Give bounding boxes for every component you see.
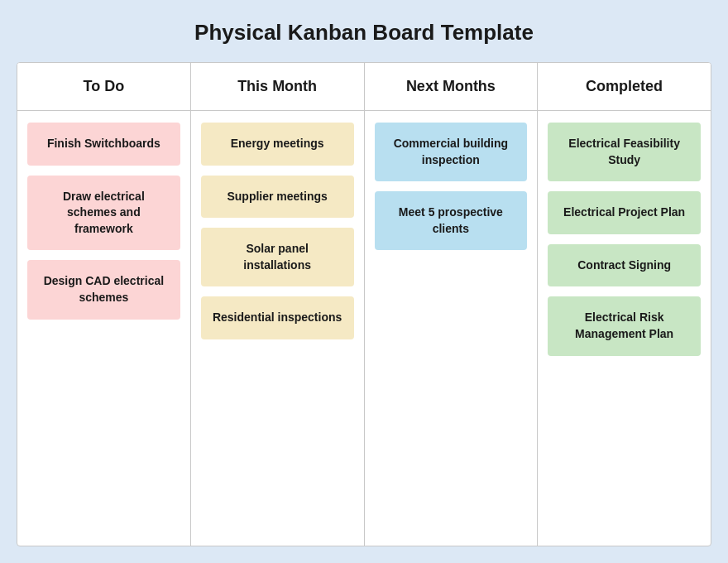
column-body-this-month: Energy meetingsSupplier meetingsSolar pa…: [191, 111, 364, 546]
card-card-12[interactable]: Contract Signing: [548, 244, 701, 287]
card-card-4[interactable]: Energy meetings: [201, 123, 354, 166]
card-card-6[interactable]: Solar panel installations: [201, 228, 354, 286]
card-card-9[interactable]: Meet 5 prospective clients: [375, 191, 528, 250]
column-completed: CompletedElectrical Feasibility StudyEle…: [538, 63, 711, 546]
column-header-completed: Completed: [538, 63, 711, 111]
column-todo: To DoFinish SwitchboardsDraw electrical …: [17, 63, 191, 546]
page-title: Physical Kanban Board Template: [194, 20, 534, 46]
card-card-10[interactable]: Electrical Feasibility Study: [548, 123, 701, 181]
card-card-13[interactable]: Electrical Risk Management Plan: [548, 296, 701, 355]
card-card-1[interactable]: Finish Switchboards: [27, 123, 180, 166]
column-body-next-months: Commercial building inspectionMeet 5 pro…: [365, 111, 538, 546]
column-body-completed: Electrical Feasibility StudyElectrical P…: [538, 111, 711, 546]
column-body-todo: Finish SwitchboardsDraw electrical schem…: [17, 111, 190, 546]
card-card-7[interactable]: Residential inspections: [201, 296, 354, 339]
card-card-3[interactable]: Design CAD electrical schemes: [27, 260, 180, 319]
card-card-8[interactable]: Commercial building inspection: [375, 123, 528, 181]
card-card-11[interactable]: Electrical Project Plan: [548, 191, 701, 234]
column-header-todo: To Do: [17, 63, 190, 111]
column-header-this-month: This Month: [191, 63, 364, 111]
kanban-board: To DoFinish SwitchboardsDraw electrical …: [17, 62, 711, 546]
column-next-months: Next MonthsCommercial building inspectio…: [365, 63, 539, 546]
column-header-next-months: Next Months: [365, 63, 538, 111]
column-this-month: This MonthEnergy meetingsSupplier meetin…: [191, 63, 365, 546]
card-card-2[interactable]: Draw electrical schemes and framework: [27, 176, 180, 251]
card-card-5[interactable]: Supplier meetings: [201, 176, 354, 219]
